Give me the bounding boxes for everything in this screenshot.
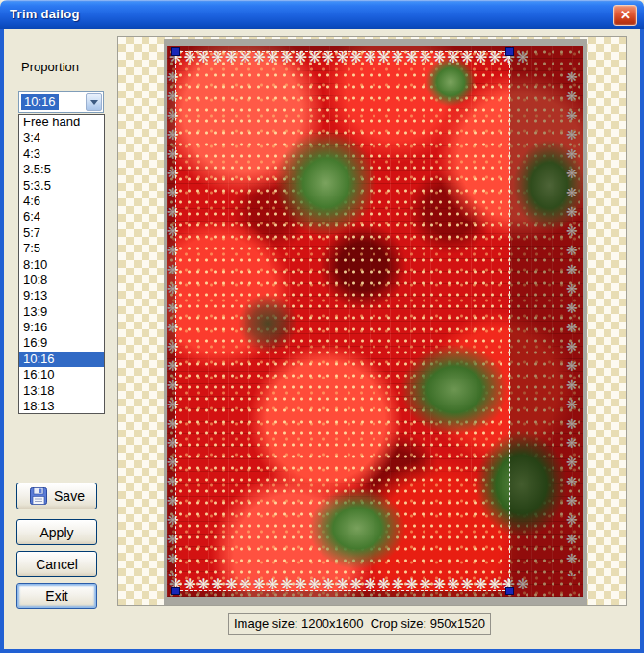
proportion-option[interactable]: 3:4	[19, 130, 104, 145]
strawberry-image: ❋❋❋❋❋❋❋❋❋❋❋❋❋❋❋❋❋❋❋❋❋❋❋❋❋❋ ❋❋❋❋❋❋❋❋❋❋❋❋❋…	[167, 46, 583, 597]
floppy-disk-icon	[29, 486, 48, 506]
crop-handle-top-left[interactable]	[171, 47, 180, 56]
proportion-label: Proportion	[21, 60, 79, 74]
proportion-option[interactable]: 10:8	[19, 273, 104, 288]
ornament-border-right-icon: ❋❋❋❋❋❋❋❋❋❋❋❋❋❋❋❋❋❋❋❋❋❋❋❋❋❋❋	[566, 67, 582, 576]
crop-handle-bottom-left[interactable]	[171, 587, 180, 595]
proportion-option[interactable]: 5:7	[19, 225, 104, 241]
proportion-combobox[interactable]: 10:16	[18, 91, 104, 113]
combobox-value: 10:16	[21, 94, 59, 110]
proportion-option[interactable]: 9:13	[19, 288, 104, 303]
proportion-option[interactable]: 18:13	[19, 399, 104, 414]
status-box: Image size: 1200x1600 Crop size: 950x152…	[228, 613, 491, 635]
apply-button-label: Apply	[39, 525, 73, 540]
proportion-option[interactable]: 7:5	[19, 241, 104, 256]
trim-dialog-window: Trim dailog ✕ Proportion 10:16 Free hand…	[0, 0, 644, 653]
proportion-option[interactable]: 8:10	[19, 257, 104, 273]
proportion-option[interactable]: 3.5:5	[19, 162, 104, 177]
crop-region[interactable]	[175, 51, 510, 591]
close-button[interactable]: ✕	[613, 5, 637, 26]
save-button-label: Save	[54, 488, 85, 504]
proportion-option[interactable]: 13:18	[19, 383, 104, 399]
cancel-button[interactable]: Cancel	[16, 551, 97, 577]
proportion-listbox[interactable]: Free hand3:44:33.5:55:3.54:66:45:77:58:1…	[18, 114, 105, 414]
save-button[interactable]: Save	[16, 483, 97, 509]
proportion-option[interactable]: 5:3.5	[19, 178, 104, 194]
proportion-option[interactable]: 16:9	[19, 335, 104, 351]
proportion-option[interactable]: 9:16	[19, 320, 104, 335]
crop-handle-bottom-right[interactable]	[505, 587, 514, 595]
proportion-option[interactable]: 10:16	[19, 352, 104, 367]
apply-button[interactable]: Apply	[16, 519, 97, 545]
chevron-down-icon	[90, 100, 98, 105]
exit-button-label: Exit	[45, 588, 67, 604]
window-title: Trim dailog	[10, 0, 80, 28]
exit-button[interactable]: Exit	[16, 583, 97, 609]
combobox-dropdown-button[interactable]	[86, 93, 102, 111]
proportion-option[interactable]: 13:9	[19, 304, 104, 320]
proportion-option[interactable]: 6:4	[19, 209, 104, 224]
proportion-option[interactable]: 16:10	[19, 367, 104, 382]
proportion-option[interactable]: 4:6	[19, 194, 104, 209]
crop-handle-top-right[interactable]	[505, 47, 514, 56]
status-text: Image size: 1200x1600 Crop size: 950x152…	[234, 614, 485, 634]
proportion-option[interactable]: 4:3	[19, 146, 104, 162]
cancel-button-label: Cancel	[36, 557, 78, 572]
proportion-option[interactable]: Free hand	[19, 115, 104, 130]
close-icon: ✕	[620, 8, 631, 22]
titlebar[interactable]: Trim dailog	[0, 0, 644, 29]
